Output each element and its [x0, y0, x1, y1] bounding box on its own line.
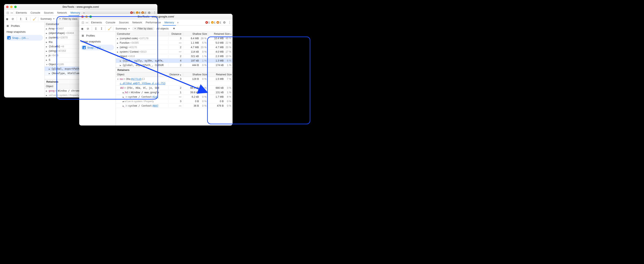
- snapshot-item[interactable]: ◪ Snap… (16.…: [6, 35, 43, 40]
- sidebar: 𝌆 Profiles Heap snapshots ◪ Snap… (22.…: [79, 32, 116, 126]
- retainers-header: Object Distance▲ Shallow Size Retained S…: [116, 72, 232, 77]
- sidebar: 𝌆 Profiles Heap snapshots ◪ Snap… (16.…: [4, 22, 45, 98]
- object-filter[interactable]: All objects: [156, 27, 168, 30]
- separator: [38, 17, 38, 21]
- col-retained[interactable]: Retained Size: [208, 73, 232, 76]
- col-retained[interactable]: Retained Size▼: [208, 32, 232, 35]
- constructor-rows: ▶ (compiled code) ×10717636.4 MB28 %10.4…: [116, 36, 232, 68]
- download-icon[interactable]: ↧: [100, 27, 103, 30]
- view-select[interactable]: Summary▼: [116, 27, 130, 30]
- devtools-window-2: DevTools - www.google.com/ ◫ ▭ Elements …: [79, 14, 232, 126]
- dropdown-icon[interactable]: ▼: [173, 27, 175, 30]
- gear-icon[interactable]: ⚙: [223, 21, 226, 24]
- retainer-row[interactable]: ▶ _ in system / Context @607—36 B0 %476 …: [116, 104, 232, 108]
- upload-icon[interactable]: ↥: [19, 17, 22, 20]
- retainer-row[interactable]: ▼ oa in IKa @177115 3128 B0 %1.5 MB7 %: [116, 77, 232, 81]
- tab-sources[interactable]: Sources: [42, 10, 56, 16]
- col-distance[interactable]: Distance▲: [168, 73, 183, 76]
- col-distance[interactable]: Distance: [168, 32, 183, 35]
- titlebar[interactable]: DevTools - www.google.com/: [79, 14, 232, 20]
- warning-badge[interactable]: ▲1: [211, 21, 216, 24]
- sliders-icon: 𝌆: [6, 24, 9, 28]
- record-icon[interactable]: ◉: [5, 17, 9, 20]
- col-shallow[interactable]: Shallow Size: [183, 73, 208, 76]
- record-icon[interactable]: ◉: [80, 27, 84, 30]
- upload-icon[interactable]: ↥: [94, 27, 98, 30]
- snapshot-icon: ◪: [82, 46, 86, 49]
- traffic-lights: [6, 6, 17, 8]
- close-icon[interactable]: [6, 6, 8, 8]
- device-icon[interactable]: ▭: [85, 21, 89, 24]
- gc-icon[interactable]: 🧹: [32, 17, 36, 20]
- inspect-icon[interactable]: ◫: [81, 21, 85, 24]
- grid-header: Constructor Distance Shallow Size Retain…: [116, 32, 232, 36]
- retainer-row[interactable]: c,dtl0hd,eHDfl,YV5bee,d,csi:753: [116, 81, 232, 86]
- separator: [30, 17, 30, 21]
- table-row[interactable]: ▶ (string) ×4317024.7 MB20 %4.7 MB20 %: [116, 45, 232, 50]
- class-filter[interactable]: ⫧Filter by class: [57, 17, 80, 21]
- col-object[interactable]: Object: [116, 73, 168, 76]
- tab-elements[interactable]: Elements: [89, 20, 104, 26]
- snapshot-item[interactable]: ◪ Snap… (22.…: [81, 45, 114, 50]
- inspect-icon[interactable]: ◫: [6, 11, 10, 14]
- col-constructor[interactable]: Constructor: [116, 32, 168, 35]
- retainers-title: Retainers: [116, 68, 232, 72]
- separator: [113, 27, 114, 30]
- more-tabs-icon[interactable]: »: [176, 21, 180, 24]
- clear-icon[interactable]: ⊘: [86, 27, 90, 30]
- table-row[interactable]: ▶ {sy1fu, sy2ly, sy39n, sy4fm,4197 kB1 %…: [116, 58, 232, 63]
- table-row[interactable]: ▶ {global, exportPath_, CLOSUR2444 B0 %1…: [116, 63, 232, 68]
- tab-elements[interactable]: Elements: [14, 10, 29, 16]
- filter-icon: ⫧: [134, 27, 136, 30]
- retainer-row[interactable]: ▶ value in system / Property30 B0 %0 B0 …: [116, 99, 232, 104]
- minimize-icon[interactable]: [85, 16, 88, 18]
- clear-icon[interactable]: ⊘: [11, 17, 14, 20]
- window-title: DevTools - www.google.com/: [4, 5, 158, 8]
- tab-console[interactable]: Console: [29, 10, 42, 16]
- table-row[interactable]: ▶ system / Context ×3013—114 kB0 %4.0 MB…: [116, 50, 232, 54]
- separator: [92, 27, 92, 30]
- main-grid: Constructor Distance Shallow Size Retain…: [116, 32, 232, 126]
- snapshot-icon: ◪: [7, 36, 10, 40]
- table-row[interactable]: ▼ Object ×16182321 kB1 %2.3 MB10 %: [116, 54, 232, 58]
- window-title: DevTools - www.google.com/: [79, 15, 232, 18]
- col-shallow[interactable]: Shallow Size: [183, 32, 208, 35]
- separator: [222, 21, 222, 24]
- sidebar-section-heap: Heap snapshots: [4, 29, 44, 34]
- tab-console[interactable]: Console: [104, 20, 117, 26]
- device-icon[interactable]: ▭: [10, 11, 14, 14]
- devtools-tabbar: ◫ ▭ Elements Console Sources Network Per…: [79, 20, 232, 26]
- tab-network[interactable]: Network: [130, 20, 144, 26]
- retainer-row[interactable]: ▶ _ in system / Context @142—8.2 kB0 %1.…: [116, 95, 232, 99]
- class-filter[interactable]: ⫧Filter by class: [132, 27, 154, 30]
- kebab-icon[interactable]: ⋮: [228, 20, 231, 24]
- sidebar-item-profiles[interactable]: 𝌆 Profiles: [4, 23, 44, 29]
- zoom-icon[interactable]: [89, 16, 92, 18]
- table-row[interactable]: ▶ Function ×34385—1.1 MB5 %5.0 MB22 %: [116, 40, 232, 45]
- error-badge[interactable]: ✕1: [205, 21, 210, 24]
- tab-performance[interactable]: Performance: [144, 20, 162, 26]
- table-row[interactable]: ▶ (compiled code) ×10717636.4 MB28 %10.4…: [116, 36, 232, 40]
- tab-network[interactable]: Network: [56, 10, 69, 16]
- sliders-icon: 𝌆: [82, 34, 84, 37]
- tab-memory[interactable]: Memory: [163, 20, 176, 26]
- retainer-row[interactable]: ▶ _hd in Window / www.google139.8 kB0 %1…: [116, 90, 232, 95]
- filter-icon: ⫧: [59, 18, 61, 20]
- retainer-row[interactable]: ▼ Xd in {FOc, HOa, VC, jo, Sbd298.3 kB0 …: [116, 86, 232, 90]
- minimize-icon[interactable]: [10, 6, 12, 8]
- close-icon[interactable]: [81, 16, 84, 18]
- tab-sources[interactable]: Sources: [117, 20, 130, 26]
- sidebar-item-profiles[interactable]: 𝌆 Profiles: [79, 33, 116, 38]
- info-badge[interactable]: ■1: [216, 21, 221, 24]
- zoom-icon[interactable]: [14, 6, 17, 8]
- traffic-lights: [81, 16, 92, 18]
- view-select[interactable]: Summary▼: [40, 17, 55, 20]
- titlebar[interactable]: DevTools - www.google.com/: [4, 4, 158, 10]
- memory-toolbar: ◉ ⊘ ↥ ↧ 🧹 Summary▼ ⫧Filter by class All …: [79, 26, 232, 32]
- gc-icon[interactable]: 🧹: [108, 27, 111, 30]
- download-icon[interactable]: ↧: [24, 17, 28, 20]
- retainer-rows: ▼ oa in IKa @177115 3128 B0 %1.5 MB7 %c,…: [116, 77, 232, 126]
- sidebar-section-heap: Heap snapshots: [79, 38, 116, 44]
